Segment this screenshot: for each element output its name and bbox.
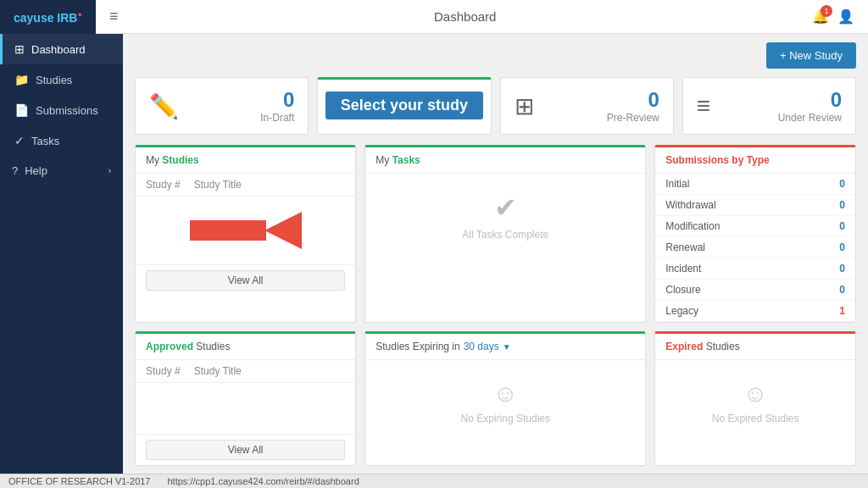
my-studies-header: My Studies — [136, 147, 355, 174]
sub-count: 0 — [839, 284, 845, 296]
arrow-head — [264, 212, 302, 249]
approved-studies-header: Approved Studies — [136, 334, 355, 360]
sidebar-item-tasks[interactable]: ✓ Tasks — [0, 125, 123, 156]
my-studies-table-header: Study # Study Title — [136, 174, 355, 197]
sub-label: Modification — [665, 220, 720, 232]
studies-col-title: Study Title — [194, 179, 242, 191]
under-review-icon: ≡ — [697, 92, 710, 119]
sidebar-item-submissions[interactable]: 📄 Submissions — [0, 95, 123, 125]
content-header: + New Study — [135, 42, 856, 69]
no-expired-state: ☺ No Expired Studies — [712, 380, 799, 424]
sub-label: Renewal — [665, 241, 705, 253]
submissions-by-type-panel: Submissions by Type Initial0Withdrawal0M… — [654, 145, 856, 323]
submission-row-renewal: Renewal0 — [655, 237, 855, 258]
under-review-info: 0 Under Review — [722, 88, 842, 124]
stat-card-in-draft[interactable]: ✏️ 0 In-Draft — [135, 77, 309, 135]
sidebar-label-dashboard: Dashboard — [31, 43, 86, 56]
sub-label: Withdrawal — [665, 199, 715, 211]
in-draft-icon: ✏️ — [149, 92, 179, 120]
my-studies-body — [136, 197, 355, 264]
main-content: + New Study ✏️ 0 In-Draft 🏛 Ap — [123, 34, 868, 474]
sidebar-item-help[interactable]: ? Help › — [0, 156, 123, 186]
sub-count: 0 — [839, 263, 845, 274]
expired-body: ☺ No Expired Studies — [655, 360, 855, 445]
user-profile-button[interactable]: 👤 — [837, 8, 854, 25]
pre-review-info: 0 Pre-Review — [546, 88, 659, 124]
sub-count: 0 — [839, 241, 845, 253]
approved-view-all[interactable]: View All — [146, 440, 345, 460]
submissions-rows: Initial0Withdrawal0Modification0Renewal0… — [655, 174, 855, 322]
check-complete-icon: ✔ — [494, 191, 517, 224]
tasks-empty-state: ✔ All Tasks Complete — [462, 191, 548, 241]
approved-studies-panel: Approved Studies Study # Study Title Vie… — [135, 331, 356, 466]
submissions-icon: 📄 — [14, 103, 29, 117]
new-study-button[interactable]: + New Study — [766, 42, 856, 69]
expiring-days[interactable]: 30 days — [464, 341, 499, 352]
approved-title: Approved — [146, 341, 193, 352]
tasks-icon: ✓ — [14, 134, 25, 147]
sidebar: ⊞ Dashboard 📁 Studies 📄 Submissions ✓ Ta… — [0, 34, 123, 474]
submission-row-withdrawal: Withdrawal0 — [655, 195, 855, 216]
studies-icon: 📁 — [14, 73, 29, 86]
sub-label: Closure — [665, 284, 700, 296]
submission-row-initial: Initial0 — [655, 174, 855, 195]
smiley-icon-expired: ☺ — [743, 380, 768, 408]
sidebar-label-submissions: Submissions — [36, 104, 98, 117]
smiley-icon-expiring: ☺ — [493, 380, 518, 408]
sub-count: 0 — [839, 178, 845, 190]
sub-label: Legacy — [665, 305, 698, 317]
stats-row: ✏️ 0 In-Draft 🏛 Approved Select your stu… — [135, 77, 856, 135]
expiring-body: ☺ No Expiring Studies — [365, 360, 645, 445]
stat-card-under-review[interactable]: ≡ 0 Under Review — [682, 77, 856, 135]
stat-card-approved[interactable]: 🏛 Approved Select your study — [317, 77, 491, 135]
submission-row-closure: Closure0 — [655, 280, 855, 301]
submission-row-legacy: Legacy1 — [655, 301, 855, 322]
sidebar-item-dashboard[interactable]: ⊞ Dashboard — [0, 34, 123, 64]
tasks-empty-label: All Tasks Complete — [462, 229, 548, 241]
sub-label: Initial — [665, 178, 689, 190]
sidebar-label-studies: Studies — [36, 74, 72, 86]
panels-row-1: My Studies Study # Study Title — [135, 145, 856, 323]
sub-label: Incident — [665, 263, 701, 274]
sidebar-item-studies[interactable]: 📁 Studies — [0, 64, 123, 95]
sub-count: 1 — [839, 305, 845, 317]
submissions-by-type-header: Submissions by Type — [655, 147, 855, 174]
expiring-studies-panel: Studies Expiring in 30 days ▼ ☺ No Expir… — [364, 331, 646, 466]
submission-row-modification: Modification0 — [655, 216, 855, 237]
my-tasks-body: ✔ All Tasks Complete — [365, 174, 645, 258]
stat-card-pre-review[interactable]: ⊞ 0 Pre-Review — [500, 77, 674, 135]
page-title: Dashboard — [434, 9, 496, 24]
expiring-header: Studies Expiring in 30 days ▼ — [365, 334, 645, 360]
my-studies-panel: My Studies Study # Study Title — [135, 145, 356, 323]
no-expiring-state: ☺ No Expiring Studies — [461, 380, 550, 424]
sidebar-label-help: Help — [25, 164, 47, 177]
logo-text: cayuse IRB● — [14, 10, 82, 25]
sub-count: 0 — [839, 199, 845, 211]
statusbar: OFFICE OF RESEARCH V1-2017 https://cpp1.… — [0, 474, 868, 488]
no-expired-label: No Expired Studies — [712, 413, 799, 424]
my-studies-title-highlight: Studies — [162, 154, 198, 166]
studies-col-number: Study # — [146, 179, 181, 191]
expired-header: Expired Studies — [655, 334, 855, 360]
expired-title-highlight: Expired — [665, 341, 703, 352]
notif-badge: 1 — [821, 5, 832, 17]
submissions-title: Submissions by Type — [665, 154, 769, 166]
pre-review-count: 0 — [546, 88, 659, 112]
in-draft-label: In-Draft — [191, 112, 294, 124]
approved-col-number: Study # — [146, 365, 181, 377]
version-label: OFFICE OF RESEARCH V1-2017 — [8, 476, 151, 486]
approved-body — [136, 383, 355, 434]
panels-row-2: Approved Studies Study # Study Title Vie… — [135, 331, 856, 466]
select-study-tooltip: Select your study — [326, 92, 483, 119]
hamburger-icon[interactable]: ≡ — [109, 8, 119, 25]
my-studies-view-all[interactable]: View All — [146, 270, 345, 291]
url-label: https://cpp1.cayuse424.com/reirb/#/dashb… — [168, 476, 359, 486]
notifications-button[interactable]: 🔔 1 — [812, 8, 829, 25]
expiring-dropdown-icon[interactable]: ▼ — [503, 342, 511, 352]
red-arrow-container — [190, 212, 302, 249]
my-studies-footer: View All — [136, 264, 355, 296]
under-review-count: 0 — [722, 88, 842, 112]
expired-studies-panel: Expired Studies ☺ No Expired Studies — [654, 331, 856, 466]
sidebar-label-tasks: Tasks — [31, 135, 59, 147]
no-expiring-label: No Expiring Studies — [461, 413, 550, 424]
